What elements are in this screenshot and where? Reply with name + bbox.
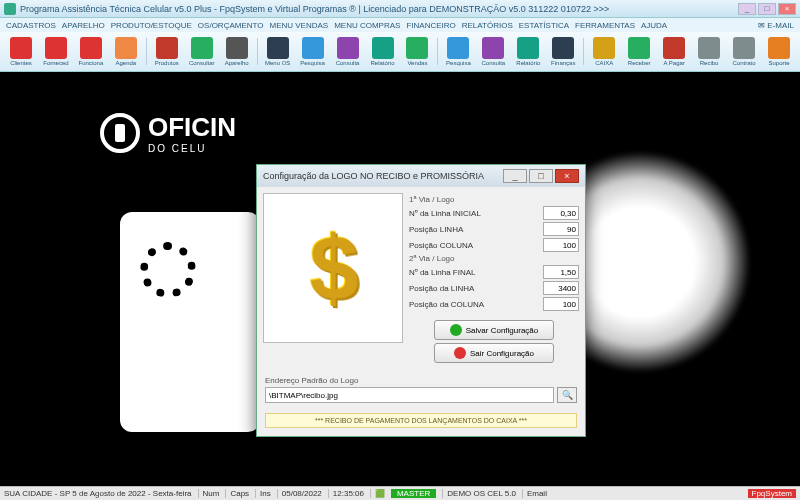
aparelho-icon: [226, 37, 248, 59]
consulta-icon: [337, 37, 359, 59]
consulta-icon: [482, 37, 504, 59]
exit-config-button[interactable]: Sair Configuração: [434, 343, 554, 363]
a pagar-icon: [663, 37, 685, 59]
receber-icon: [628, 37, 650, 59]
toolbar-consultar[interactable]: Consultar: [185, 34, 219, 69]
produtos-icon: [156, 37, 178, 59]
funciona-icon: [80, 37, 102, 59]
toolbar-recibo[interactable]: Recibo: [692, 34, 726, 69]
toolbar-relatório[interactable]: Relatório: [511, 34, 545, 69]
menu-estatistica[interactable]: ESTATÍSTICA: [519, 21, 569, 30]
menu-relatorios[interactable]: RELATÓRIOS: [462, 21, 513, 30]
menu-email[interactable]: ✉ E-MAIL: [758, 21, 794, 30]
status-email[interactable]: Email: [522, 489, 547, 498]
minimize-button[interactable]: _: [738, 3, 756, 15]
menu-ajuda[interactable]: AJUDA: [641, 21, 667, 30]
app-icon: [4, 3, 16, 15]
finanças-icon: [552, 37, 574, 59]
background-logo: OFICIN DO CELU: [100, 112, 236, 154]
dialog-titlebar[interactable]: Configuração da LOGO NO RECIBO e PROMISS…: [257, 165, 585, 187]
toolbar-funciona[interactable]: Funciona: [74, 34, 108, 69]
app-titlebar: Programa Assistência Técnica Celular v5.…: [0, 0, 800, 18]
via2-posicao-linha-input[interactable]: [543, 281, 579, 295]
toolbar-receber[interactable]: Receber: [622, 34, 656, 69]
toolbar-a pagar[interactable]: A Pagar: [657, 34, 691, 69]
toolbar-relatório[interactable]: Relatório: [366, 34, 400, 69]
agenda-icon: [115, 37, 137, 59]
toolbar-aparelho[interactable]: Aparelho: [220, 34, 254, 69]
dialog-close-button[interactable]: ×: [555, 169, 579, 183]
via1-linha-inicial-input[interactable]: [543, 206, 579, 220]
dialog-maximize-button[interactable]: □: [529, 169, 553, 183]
menu-financeiro[interactable]: FINANCEIRO: [406, 21, 455, 30]
toolbar-consulta[interactable]: Consulta: [476, 34, 510, 69]
status-flag: 🟩: [370, 489, 385, 498]
app-title: Programa Assistência Técnica Celular v5.…: [20, 4, 609, 14]
menu os-icon: [267, 37, 289, 59]
via2-posicao-coluna-input[interactable]: [543, 297, 579, 311]
via2-linha-final-input[interactable]: [543, 265, 579, 279]
pesquisa-icon: [302, 37, 324, 59]
window-controls: _ □ ×: [738, 3, 796, 15]
save-config-button[interactable]: Salvar Configuração: [434, 320, 554, 340]
toolbar-clientes[interactable]: Clientes: [4, 34, 38, 69]
menu-compras[interactable]: MENU COMPRAS: [334, 21, 400, 30]
browse-button[interactable]: 🔍: [557, 387, 577, 403]
menu-vendas[interactable]: MENU VENDAS: [269, 21, 328, 30]
toolbar: ClientesFornecedFuncionaAgendaProdutosCo…: [0, 32, 800, 72]
via1-header: 1ª Via / Logo: [409, 195, 579, 204]
vendas-icon: [406, 37, 428, 59]
pesquisa-icon: [447, 37, 469, 59]
via2-header: 2ª Via / Logo: [409, 254, 579, 263]
toolbar-pesquisa[interactable]: Pesquisa: [296, 34, 330, 69]
toolbar-vendas[interactable]: Vendas: [400, 34, 434, 69]
toolbar-caixa[interactable]: CAIXA: [587, 34, 621, 69]
logo-path-label: Endereço Padrão do Logo: [265, 376, 577, 385]
status-date: 05/08/2022: [277, 489, 322, 498]
exit-icon: [454, 347, 466, 359]
toolbar-produtos[interactable]: Produtos: [150, 34, 184, 69]
menu-aparelho[interactable]: APARELHO: [62, 21, 105, 30]
relatório-icon: [517, 37, 539, 59]
status-fpq[interactable]: FpqSystem: [748, 489, 796, 498]
close-button[interactable]: ×: [778, 3, 796, 15]
menu-produto[interactable]: PRODUTO/ESTOQUE: [111, 21, 192, 30]
via1-posicao-linha-input[interactable]: [543, 222, 579, 236]
status-num: Num: [198, 489, 220, 498]
check-icon: [450, 324, 462, 336]
status-ins: Ins: [255, 489, 271, 498]
logo-config-dialog: Configuração da LOGO NO RECIBO e PROMISS…: [256, 164, 586, 437]
via1-posicao-coluna-input[interactable]: [543, 238, 579, 252]
dialog-minimize-button[interactable]: _: [503, 169, 527, 183]
contrato-icon: [733, 37, 755, 59]
gear-icon: [100, 113, 140, 153]
toolbar-suporte[interactable]: Suporte: [762, 34, 796, 69]
logo-path-input[interactable]: [265, 387, 554, 403]
status-master: MASTER: [391, 489, 436, 498]
workspace: OFICIN DO CELU Configuração da LOGO NO R…: [0, 72, 800, 486]
menubar: CADASTROS APARELHO PRODUTO/ESTOQUE OS/OR…: [0, 18, 800, 32]
dialog-title: Configuração da LOGO NO RECIBO e PROMISS…: [263, 171, 484, 181]
toolbar-finanças[interactable]: Finanças: [546, 34, 580, 69]
maximize-button[interactable]: □: [758, 3, 776, 15]
toolbar-menu os[interactable]: Menu OS: [261, 34, 295, 69]
status-caps: Caps: [225, 489, 249, 498]
logo-preview: $: [263, 193, 403, 343]
statusbar: SUA CIDADE - SP 5 de Agosto de 2022 - Se…: [0, 486, 800, 500]
toolbar-agenda[interactable]: Agenda: [109, 34, 143, 69]
forneced-icon: [45, 37, 67, 59]
status-demo: DEMO OS CEL 5.0: [442, 489, 516, 498]
dialog-footer: *** RECIBO DE PAGAMENTO DOS LANÇAMENTOS …: [265, 413, 577, 428]
status-city: SUA CIDADE - SP 5 de Agosto de 2022 - Se…: [4, 489, 192, 498]
relatório-icon: [372, 37, 394, 59]
toolbar-consulta[interactable]: Consulta: [331, 34, 365, 69]
menu-ferramentas[interactable]: FERRAMENTAS: [575, 21, 635, 30]
suporte-icon: [768, 37, 790, 59]
menu-cadastros[interactable]: CADASTROS: [6, 21, 56, 30]
toolbar-pesquisa[interactable]: Pesquisa: [441, 34, 475, 69]
status-time: 12:35:06: [328, 489, 364, 498]
toolbar-contrato[interactable]: Contrato: [727, 34, 761, 69]
menu-os[interactable]: OS/ORÇAMENTO: [198, 21, 264, 30]
toolbar-forneced[interactable]: Forneced: [39, 34, 73, 69]
dollar-icon: $: [310, 214, 359, 323]
